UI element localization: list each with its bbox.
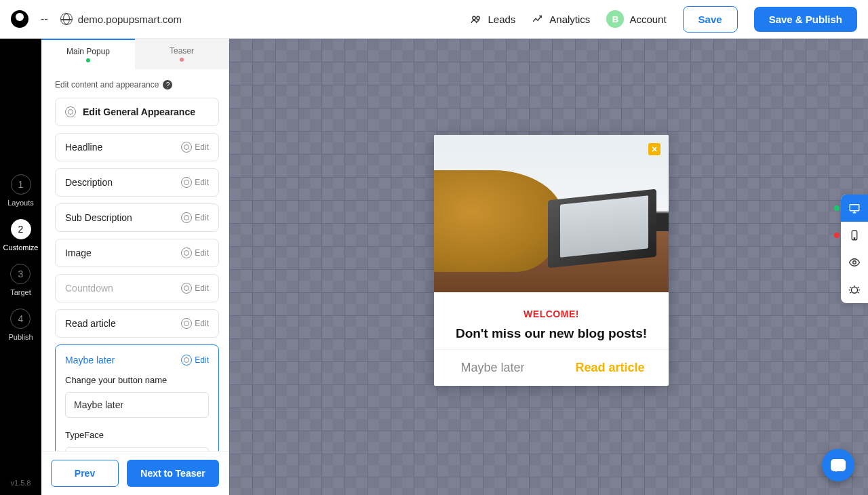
panel-scroll[interactable]: Edit content and appearance ? Edit Gener… [41,69,229,451]
desktop-icon [848,202,861,214]
eye-icon [848,256,861,269]
edit-image[interactable]: Edit [181,248,209,258]
preview-popup: × WELCOME! Don't miss our new blog posts… [434,135,669,386]
gear-icon [181,177,192,188]
help-icon[interactable]: ? [163,80,172,90]
app-logo[interactable] [11,10,28,28]
desktop-preview-button[interactable] [841,195,868,222]
popup-image: × [434,135,669,292]
prev-button[interactable]: Prev [51,460,119,487]
bug-icon [848,283,861,296]
step-nav: 1 Layouts 2 Customize 3 Target 4 Publish… [0,39,41,495]
tab-teaser[interactable]: Teaser [135,39,229,69]
step-customize[interactable]: 2 Customize [3,219,39,252]
svg-point-0 [473,16,476,20]
edit-maybe-later[interactable]: Edit [181,355,209,365]
svg-point-4 [854,238,855,239]
topbar: -- demo.popupsmart.com Leads Analytics B… [0,0,868,39]
row-image[interactable]: Image Edit [55,239,219,267]
mobile-preview-button[interactable] [841,222,868,249]
gear-icon [181,212,192,223]
gear-icon [181,355,192,365]
nav-leads[interactable]: Leads [470,13,515,25]
nav-analytics-label: Analytics [549,14,590,25]
row-read-article[interactable]: Read article Edit [55,309,219,338]
button-name-label: Change your button name [65,375,209,385]
site-url[interactable]: demo.popupsmart.com [60,13,182,25]
tab-main-popup[interactable]: Main Popup [41,39,135,69]
row-maybe-later-expanded: Maybe later Edit Change your button name… [55,344,219,451]
typeface-label: TypeFace [65,430,209,440]
visibility-toggle[interactable] [841,249,868,276]
row-countdown[interactable]: Countdown Edit [55,274,219,302]
debug-button[interactable] [841,276,868,303]
breadcrumb-dashes: -- [41,13,48,25]
nav-analytics[interactable]: Analytics [532,13,590,25]
edit-headline[interactable]: Edit [181,142,209,153]
popup-welcome: WELCOME! [446,309,656,319]
edit-read-article[interactable]: Edit [181,318,209,329]
svg-rect-2 [850,205,859,211]
nav-account[interactable]: B Account [606,10,666,28]
status-dot-green [834,205,840,211]
save-publish-button[interactable]: Save & Publish [754,7,857,32]
gear-icon [181,142,192,153]
canvas[interactable]: × WELCOME! Don't miss our new blog posts… [229,39,868,495]
expanded-title: Maybe later [65,355,115,365]
gear-icon [181,318,192,329]
svg-point-6 [852,287,858,293]
chat-button[interactable] [822,449,854,481]
row-headline[interactable]: Headline Edit [55,133,219,161]
customize-panel: Main Popup Teaser Edit content and appea… [41,39,229,495]
row-sub-description[interactable]: Sub Description Edit [55,203,219,232]
gear-icon [181,283,192,294]
gear-icon [181,248,192,258]
site-url-text: demo.popupsmart.com [78,14,182,25]
next-button[interactable]: Next to Teaser [127,460,219,487]
edit-description[interactable]: Edit [181,177,209,188]
account-avatar: B [606,10,624,28]
svg-point-5 [853,261,856,264]
chat-icon [831,459,846,471]
nav-account-label: Account [629,14,666,25]
edit-countdown[interactable]: Edit [181,283,209,294]
svg-point-1 [477,16,480,20]
section-title: Edit content and appearance ? [55,80,219,90]
save-button[interactable]: Save [683,6,738,33]
gear-icon [65,106,76,117]
edit-sub-description[interactable]: Edit [181,212,209,223]
row-general-appearance[interactable]: Edit General Appearance [55,98,219,126]
analytics-icon [532,13,544,25]
leads-icon [470,13,482,25]
button-name-input[interactable] [65,392,209,418]
globe-icon [60,13,73,25]
device-toolbar [841,195,868,303]
status-dot-red [834,233,840,238]
popup-close-button[interactable]: × [648,143,660,155]
version-label: v1.5.8 [11,479,31,487]
step-target[interactable]: 3 Target [10,264,31,296]
step-layouts[interactable]: 1 Layouts [7,174,34,207]
popup-maybe-later-button[interactable]: Maybe later [434,350,551,386]
popup-headline: Don't miss our new blog posts! [446,326,656,341]
popup-read-article-button[interactable]: Read article [551,350,669,386]
row-description[interactable]: Description Edit [55,168,219,197]
step-publish[interactable]: 4 Publish [8,309,33,341]
mobile-icon [848,229,861,241]
nav-leads-label: Leads [488,14,515,25]
